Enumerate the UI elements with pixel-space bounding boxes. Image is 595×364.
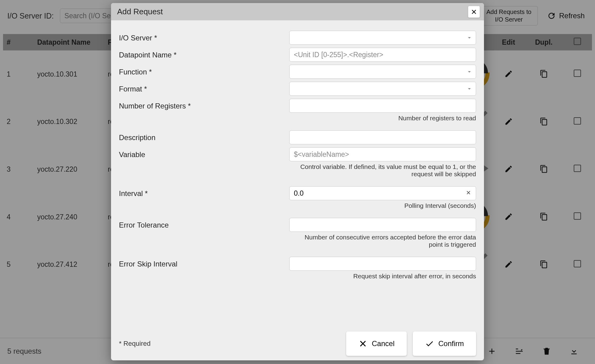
confirm-button[interactable]: Confirm [413, 331, 476, 356]
error-tolerance-input[interactable] [289, 218, 476, 232]
num-registers-input[interactable] [289, 99, 476, 113]
error-skip-input[interactable] [289, 257, 476, 271]
io-server-label: I/O Server * [119, 31, 289, 42]
chevron-down-icon [466, 85, 473, 92]
chevron-down-icon [466, 34, 473, 41]
format-label: Format * [119, 82, 289, 93]
dialog-title: Add Request [117, 7, 163, 16]
description-input[interactable] [289, 130, 476, 144]
confirm-label: Confirm [438, 339, 464, 348]
cancel-label: Cancel [372, 339, 395, 348]
required-note: * Required [119, 340, 151, 348]
dialog-close-button[interactable] [468, 6, 480, 18]
interval-helper: Polling Interval (seconds) [289, 202, 476, 209]
interval-input[interactable] [289, 186, 476, 200]
variable-label: Variable [119, 147, 289, 159]
close-icon [471, 9, 477, 15]
close-icon [466, 190, 471, 195]
function-label: Function * [119, 65, 289, 76]
description-label: Description [119, 130, 289, 142]
check-icon [425, 339, 434, 348]
function-select[interactable] [289, 65, 476, 79]
error-tolerance-helper: Number of consecutive errors accepted be… [289, 234, 476, 248]
close-icon [358, 339, 367, 348]
io-server-select[interactable] [289, 31, 476, 45]
error-tolerance-label: Error Tolerance [119, 218, 289, 229]
error-skip-helper: Request skip interval after error, in se… [289, 273, 476, 280]
datapoint-name-input[interactable] [289, 48, 476, 62]
variable-input[interactable] [289, 147, 476, 161]
datapoint-name-label: Datapoint Name * [119, 48, 289, 59]
cancel-button[interactable]: Cancel [346, 331, 407, 356]
interval-label: Interval * [119, 186, 289, 198]
modal-scrim[interactable]: Add Request I/O Server * Datapoint Name … [0, 0, 595, 364]
chevron-down-icon [466, 68, 473, 75]
interval-clear-button[interactable] [464, 189, 473, 197]
num-registers-helper: Number of registers to read [289, 115, 476, 122]
error-skip-label: Error Skip Interval [119, 257, 289, 268]
add-request-dialog: Add Request I/O Server * Datapoint Name … [111, 3, 484, 360]
format-select[interactable] [289, 82, 476, 96]
num-registers-label: Number of Registers * [119, 99, 289, 110]
variable-helper: Control variable. If defined, its value … [289, 163, 476, 178]
